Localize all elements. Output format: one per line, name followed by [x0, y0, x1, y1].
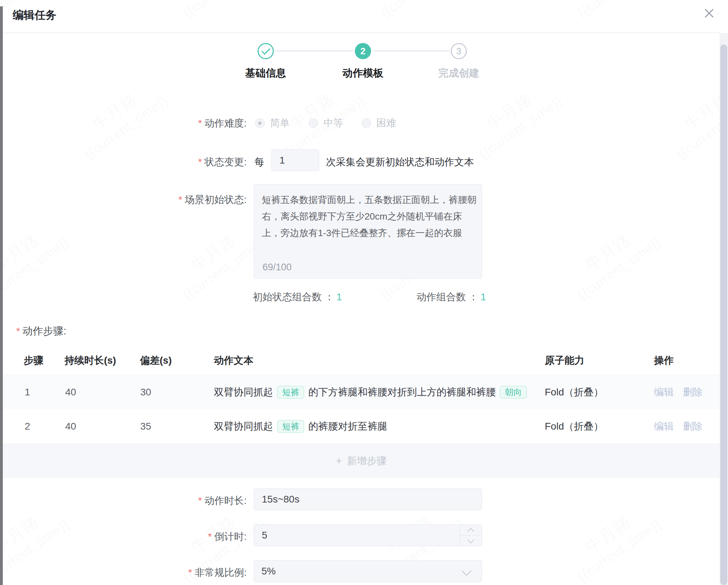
step-3-circle: 3 [451, 43, 467, 59]
radio-label: 中等 [323, 116, 343, 130]
col-header-deviation: 偏差(s) [140, 354, 172, 367]
step-3-label: 完成创建 [420, 66, 498, 80]
countdown-input-box [254, 524, 482, 546]
watermark-tile: 牛月路{{current_time}} [0, 477, 102, 585]
initial-combo-value: 1 [337, 291, 342, 302]
header-divider [3, 32, 720, 33]
difficulty-label: *动作难度: [130, 117, 247, 130]
required-mark: * [188, 567, 192, 578]
object-tag: 短裤 [277, 386, 304, 399]
unusual-ratio-value: 5% [261, 563, 276, 579]
cell-step: 2 [25, 421, 30, 432]
action-combo-value: 1 [481, 291, 486, 302]
watermark-tile: 牛月路{{current_time}} [532, 0, 694, 43]
col-header-operation: 操作 [654, 354, 674, 367]
edit-task-dialog: 牛月路{{current_time}}牛月路{{current_time}}牛月… [0, 0, 728, 585]
col-header-duration: 持续时长(s) [64, 354, 116, 367]
radio-icon [362, 118, 371, 128]
add-step-button[interactable]: + 新增步骤 [3, 444, 720, 478]
radio-option-simple[interactable]: 简单 [255, 116, 290, 130]
required-mark: * [178, 194, 182, 205]
col-header-step: 步骤 [24, 354, 43, 367]
unusual-ratio-select[interactable] [254, 560, 482, 582]
required-mark: * [208, 531, 212, 542]
state-change-prefix: 每 [254, 155, 264, 169]
stepper-line [276, 50, 354, 51]
countdown-label: *倒计时: [130, 530, 247, 543]
cell-duration: 40 [65, 421, 76, 432]
watermark-tile: 牛月路{{current_time}} [138, 0, 299, 43]
plus-icon: + [336, 455, 342, 467]
countdown-input[interactable] [254, 525, 482, 546]
watermark-tile: 牛月路{{current_time}} [532, 477, 694, 585]
state-change-suffix: 次采集会更新初始状态和动作文本 [326, 155, 474, 169]
initial-state-textarea-box: 短裤五条数据背面朝上，五条数据正面朝上，裤腰朝右，离头部视野下方至少20cm之外… [254, 184, 482, 279]
watermark-tile: 牛月路{{current_time}} [532, 195, 694, 325]
cell-action-text: 双臂协同抓起 短裤 的下方裤腿和裤腰对折到上方的裤腿和裤腰 朝向 [214, 375, 527, 410]
action-duration-label: *动作时长: [130, 494, 247, 507]
stepper-line [373, 50, 450, 51]
orientation-tag: 朝向 [500, 386, 527, 399]
radio-icon-selected [255, 118, 265, 128]
radio-label: 简单 [270, 116, 290, 130]
add-step-label: 新增步骤 [347, 454, 387, 468]
state-change-input[interactable] [272, 150, 319, 171]
action-combo-count: 动作组合数 ：1 [417, 290, 486, 304]
delete-link[interactable]: 删除 [683, 386, 703, 399]
cell-action-text: 双臂协同抓起 短裤 的裤腰对折至裤腿 [214, 409, 387, 444]
initial-combo-count: 初始状态组合数 ：1 [253, 290, 342, 304]
table-row: 1 40 30 双臂协同抓起 短裤 的下方裤腿和裤腰对折到上方的裤腿和裤腰 朝向… [3, 375, 720, 410]
number-spinner [459, 525, 481, 546]
col-header-text: 动作文本 [214, 354, 253, 367]
decrease-button[interactable] [460, 536, 482, 546]
step-3-number: 3 [456, 46, 461, 57]
action-steps-label: *动作步骤: [16, 324, 66, 338]
dialog-title: 编辑任务 [13, 8, 56, 23]
cell-ability: Fold（折叠） [545, 420, 603, 433]
initial-state-textarea[interactable]: 短裤五条数据背面朝上，五条数据正面朝上，裤腰朝右，离头部视野下方至少20cm之外… [262, 192, 480, 255]
scrollbar-thumb[interactable] [720, 44, 727, 585]
chevron-up-icon [467, 528, 474, 535]
radio-label: 困难 [376, 116, 396, 130]
watermark-tile: 牛月路{{current_time}} [631, 54, 728, 184]
step-2-circle: 2 [355, 43, 371, 59]
radio-icon [309, 118, 318, 128]
action-duration-input-box [254, 488, 482, 510]
required-mark: * [198, 118, 202, 129]
increase-button[interactable] [460, 525, 482, 536]
check-icon [261, 46, 270, 55]
step-1-circle [258, 43, 274, 59]
object-tag: 短裤 [277, 420, 304, 433]
required-mark: * [198, 495, 202, 506]
cell-ability: Fold（折叠） [545, 386, 603, 399]
watermark-tile: 牛月路{{current_time}} [335, 0, 496, 43]
action-duration-input[interactable] [254, 489, 482, 510]
close-button[interactable] [701, 5, 717, 22]
step-1-label: 基础信息 [227, 66, 304, 80]
page-edge-strip [0, 6, 3, 585]
initial-state-label: *场景初始状态: [130, 193, 247, 207]
chevron-down-icon [467, 536, 474, 543]
required-mark: * [16, 326, 20, 337]
required-mark: * [198, 156, 202, 167]
step-2-label: 动作模板 [324, 66, 402, 80]
col-header-ability: 原子能力 [545, 354, 584, 367]
state-change-label: *状态变更: [130, 155, 247, 169]
edit-link[interactable]: 编辑 [654, 420, 674, 433]
table-row: 2 40 35 双臂协同抓起 短裤 的裤腰对折至裤腿 Fold（折叠） 编辑 删… [3, 409, 720, 444]
watermark-tile: 牛月路{{current_time}} [0, 195, 102, 325]
edit-link[interactable]: 编辑 [654, 386, 674, 399]
step-2-number: 2 [360, 46, 365, 57]
radio-option-hard[interactable]: 困难 [362, 116, 396, 130]
cell-deviation: 30 [140, 387, 151, 398]
unusual-ratio-label: *非常规比例: [130, 566, 247, 579]
cell-duration: 40 [65, 387, 76, 398]
cell-deviation: 35 [140, 421, 151, 432]
state-change-input-box [271, 149, 319, 171]
char-counter: 69/100 [263, 262, 292, 273]
radio-option-medium[interactable]: 中等 [309, 116, 343, 130]
delete-link[interactable]: 删除 [683, 420, 703, 433]
cell-step: 1 [25, 387, 30, 398]
